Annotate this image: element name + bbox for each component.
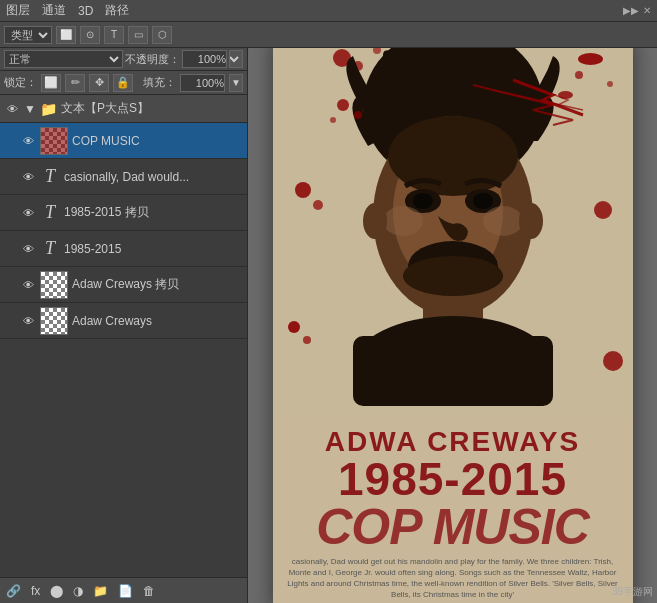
icon-filter-adjust[interactable]: ⊙ [80,26,100,44]
tab-3d[interactable]: 3D [78,4,93,18]
adjustment-icon[interactable]: ◑ [71,582,85,600]
lock-row: 锁定： ⬜ ✏ ✥ 🔒 填充： ▼ [0,71,247,95]
layer-visibility-icon[interactable]: 👁 [20,205,36,221]
panel-close-icon[interactable]: ✕ [643,5,651,16]
panel-menu-icon[interactable]: ▶▶ [623,5,639,16]
tab-bar: 图层 通道 3D 路径 ▶▶ ✕ [0,0,657,22]
layer-thumbnail [40,307,68,335]
icon-filter-text[interactable]: T [104,26,124,44]
icon-filter-pixel[interactable]: ⬜ [56,26,76,44]
layer-visibility-icon[interactable]: 👁 [20,133,36,149]
text-layer-icon: T [40,238,60,259]
layer-name: 1985-2015 [64,242,243,256]
group-arrow-icon[interactable]: ▼ [24,102,36,116]
poster-cop-music: COP MUSIC [283,502,623,552]
opacity-arrow[interactable]: ▼ [229,50,243,68]
layer-name: Adaw Creways 拷贝 [72,276,243,293]
canvas-area: ADWA CREWAYS 1985-2015 COP MUSIC casiona… [248,48,657,603]
delete-layer-icon[interactable]: 🗑 [141,582,157,600]
layers-list: 👁 COP MUSIC 👁 T casionally, Dad would...… [0,123,247,577]
lock-transparent-icon[interactable]: ⬜ [41,74,61,92]
layer-name: casionally, Dad would... [64,170,243,184]
portrait-area [273,48,633,411]
svg-rect-12 [353,336,553,406]
link-icon[interactable]: 🔗 [4,582,23,600]
layer-row[interactable]: 👁 Adaw Creways 拷贝 [0,267,247,303]
opacity-input[interactable] [182,50,227,68]
layers-panel: 正常 不透明度： ▼ 锁定： ⬜ ✏ ✥ 🔒 填充： ▼ 👁 ▼ 📁 文本【P大… [0,48,248,603]
lock-all-icon[interactable]: 🔒 [113,74,133,92]
group-name: 文本【P大点S】 [61,100,243,117]
layer-name: Adaw Creways [72,314,243,328]
group-folder-icon: 📁 [40,101,57,117]
layer-visibility-icon[interactable]: 👁 [20,241,36,257]
fill-arrow[interactable]: ▼ [229,74,243,92]
type-toolbar: 类型 ⬜ ⊙ T ▭ ⬡ [0,22,657,48]
effects-icon[interactable]: fx [29,582,42,600]
main-area: 正常 不透明度： ▼ 锁定： ⬜ ✏ ✥ 🔒 填充： ▼ 👁 ▼ 📁 文本【P大… [0,48,657,603]
group-visibility-icon[interactable]: 👁 [4,101,20,117]
type-filter-select[interactable]: 类型 [4,26,52,44]
poster: ADWA CREWAYS 1985-2015 COP MUSIC casiona… [273,48,633,603]
svg-point-6 [413,193,433,209]
svg-point-9 [403,256,503,296]
layer-thumbnail [40,127,68,155]
layer-visibility-icon[interactable]: 👁 [20,277,36,293]
layer-group-header[interactable]: 👁 ▼ 📁 文本【P大点S】 [0,95,247,123]
poster-description: casionally, Dad would get out his mandol… [283,556,623,601]
blend-row: 正常 不透明度： ▼ [0,48,247,71]
layer-row[interactable]: 👁 T 1985-2015 拷贝 [0,195,247,231]
svg-point-14 [483,206,523,236]
layer-name: COP MUSIC [72,134,243,148]
svg-point-7 [473,193,493,209]
icon-filter-smart[interactable]: ⬡ [152,26,172,44]
layer-row[interactable]: 👁 COP MUSIC [0,123,247,159]
watermark: 39手游网 [612,585,653,599]
layer-name: 1985-2015 拷贝 [64,204,243,221]
layer-thumbnail [40,271,68,299]
layer-row[interactable]: 👁 T casionally, Dad would... [0,159,247,195]
new-layer-icon[interactable]: 📄 [116,582,135,600]
layer-visibility-icon[interactable]: 👁 [20,313,36,329]
icon-filter-shape[interactable]: ▭ [128,26,148,44]
tab-paths[interactable]: 路径 [105,2,129,19]
mask-icon[interactable]: ⬤ [48,582,65,600]
lock-position-icon[interactable]: ✥ [89,74,109,92]
text-layer-icon: T [40,202,60,223]
fill-input[interactable] [180,74,225,92]
svg-point-15 [363,203,387,239]
layer-row[interactable]: 👁 T 1985-2015 [0,231,247,267]
tab-layers[interactable]: 图层 [6,2,30,19]
opacity-label: 不透明度： [125,52,180,67]
layers-bottom-bar: 🔗 fx ⬤ ◑ 📁 📄 🗑 [0,577,247,603]
lock-label: 锁定： [4,75,37,90]
layer-row[interactable]: 👁 Adaw Creways [0,303,247,339]
lock-image-icon[interactable]: ✏ [65,74,85,92]
poster-text-area: ADWA CREWAYS 1985-2015 COP MUSIC casiona… [273,420,633,603]
poster-artist-name: ADWA CREWAYS [283,428,623,456]
portrait-svg [293,48,613,406]
svg-point-16 [519,203,543,239]
tab-channels[interactable]: 通道 [42,2,66,19]
fill-label: 填充： [143,75,176,90]
blend-mode-select[interactable]: 正常 [4,50,123,68]
text-layer-icon: T [40,166,60,187]
layer-visibility-icon[interactable]: 👁 [20,169,36,185]
svg-point-13 [383,206,423,236]
folder-icon[interactable]: 📁 [91,582,110,600]
poster-years: 1985-2015 [283,456,623,502]
